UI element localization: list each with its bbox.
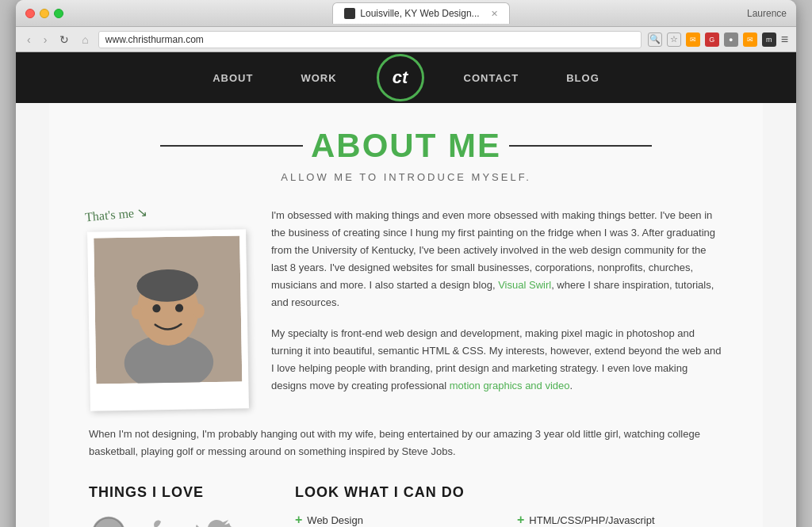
skills-section: LOOK WHAT I CAN DO +Web Design+HTML/CSS/… (295, 484, 723, 527)
home-button[interactable]: ⌂ (79, 32, 91, 48)
close-button[interactable] (25, 9, 35, 18)
page-content: ABOUT ME ALLOW ME TO INTRODUCE MYSELF. T… (49, 103, 763, 527)
person-icon[interactable]: ● (724, 32, 738, 47)
page-title: ABOUT ME (311, 127, 501, 165)
text-column: I'm obsessed with making things and even… (271, 207, 723, 410)
love-icons: W (89, 514, 263, 527)
back-button[interactable]: ‹ (24, 32, 34, 48)
tab-close-button[interactable]: ✕ (491, 9, 498, 19)
motion-graphics-link[interactable]: motion graphics and video (450, 380, 570, 391)
notification-icon[interactable]: ✉ (743, 32, 757, 47)
bio-paragraph-3: When I'm not designing, I'm probably han… (89, 426, 723, 460)
handwriting-label: That's me ↘ (84, 204, 147, 225)
skill-label: HTML/CSS/PHP/Javascript (529, 514, 654, 526)
search-icon[interactable]: 🔍 (648, 32, 662, 47)
window-controls (25, 9, 63, 18)
refresh-button[interactable]: ↻ (56, 32, 72, 48)
nav-logo[interactable]: ct (377, 54, 424, 101)
site-content: ABOUT WORK ct CONTACT BLOG ABOUT ME ALLO… (16, 52, 796, 527)
gmail-icon[interactable]: G (705, 32, 719, 47)
skill-plus-icon: + (295, 514, 302, 526)
skills-title: LOOK WHAT I CAN DO (295, 484, 723, 501)
site-nav: ABOUT WORK ct CONTACT BLOG (16, 52, 796, 103)
skill-item: +HTML/CSS/PHP/Javascript (517, 514, 723, 526)
content-area: That's me ↘ (89, 207, 723, 410)
url-text: www.christhurman.com (105, 34, 204, 45)
photo-column: That's me ↘ (89, 207, 247, 410)
things-love-title: THINGS I LOVE (89, 484, 263, 501)
title-bar: Louisville, KY Web Design... ✕ Laurence (16, 0, 796, 27)
bio-paragraph-2: My specialty is front-end web design and… (271, 325, 723, 395)
skill-item: +Web Design (295, 514, 501, 526)
nav-blog[interactable]: BLOG (542, 72, 623, 84)
heading-line-left (160, 145, 303, 147)
wordpress-icon: W (89, 514, 128, 527)
m-icon[interactable]: m (762, 32, 776, 47)
heading-line-right (509, 145, 652, 147)
nav-contact[interactable]: CONTACT (440, 72, 543, 84)
skill-label: Web Design (307, 514, 363, 526)
bio-paragraph-1: I'm obsessed with making things and even… (271, 207, 723, 312)
title-black: ABOUT (311, 127, 437, 164)
bottom-sections: THINGS I LOVE W (89, 484, 723, 527)
mail-icon[interactable]: ✉ (686, 32, 700, 47)
bookmark-icon[interactable]: ☆ (667, 32, 681, 47)
visual-swirl-link[interactable]: Visual Swirl (498, 279, 551, 291)
about-heading: ABOUT ME (89, 127, 723, 165)
nav-work[interactable]: WORK (277, 72, 360, 84)
profile-photo (87, 229, 249, 411)
title-green: ME (448, 127, 501, 164)
minimize-button[interactable] (40, 9, 49, 18)
tab-favicon (344, 8, 355, 19)
skills-grid: +Web Design+HTML/CSS/PHP/Javascript+Word… (295, 514, 723, 527)
menu-icon[interactable]: ≡ (781, 32, 788, 47)
url-bar[interactable]: www.christhurman.com (98, 31, 642, 48)
tab-title: Louisville, KY Web Design... (360, 8, 479, 19)
twitter-icon (193, 514, 233, 527)
browser-tab[interactable]: Louisville, KY Web Design... ✕ (332, 2, 509, 24)
address-bar: ‹ › ↻ ⌂ www.christhurman.com 🔍 ☆ ✉ G ● ✉… (16, 27, 796, 52)
forward-button[interactable]: › (40, 32, 51, 48)
nav-about[interactable]: ABOUT (189, 72, 277, 84)
browser-window: Louisville, KY Web Design... ✕ Laurence … (16, 0, 796, 527)
tab-area: Louisville, KY Web Design... ✕ (95, 2, 747, 24)
toolbar-icons: 🔍 ☆ ✉ G ● ✉ m ≡ (648, 32, 788, 47)
about-subtitle: ALLOW ME TO INTRODUCE MYSELF. (89, 171, 723, 183)
user-label: Laurence (747, 8, 787, 19)
maximize-button[interactable] (54, 9, 63, 18)
apple-icon (141, 514, 181, 527)
things-love-section: THINGS I LOVE W (89, 484, 263, 527)
skill-plus-icon: + (517, 514, 524, 526)
